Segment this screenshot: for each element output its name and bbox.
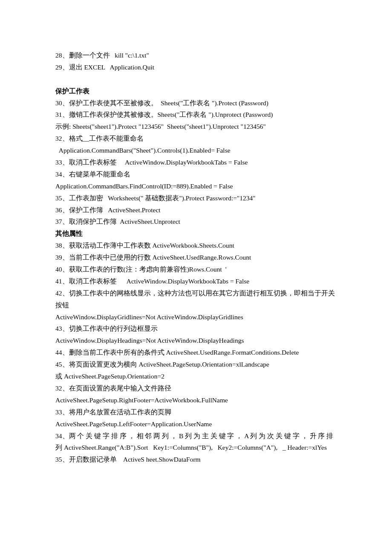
text-line: 34、右键菜单不能重命名 [55, 168, 337, 180]
text-line: 32、格式__工作表不能重命名 [55, 133, 337, 145]
text-line: 示例: Sheets("sheet1").Protect "123456" Sh… [55, 121, 337, 133]
text-line: 35、开启数据记录单 ActiveS heet.ShowDataForm [55, 454, 337, 465]
text-line: 29、退出 EXCEL Application.Quit [55, 61, 337, 73]
text-line: 45、将页面设置更改为横向 ActiveSheet.PageSetup.Orie… [55, 358, 337, 370]
section-heading: 其他属性 [55, 228, 337, 240]
text-line: ActiveWindow.DisplayGridlines=Not Active… [55, 311, 337, 323]
text-line: 43、切换工作表中的行列边框显示 [55, 323, 337, 335]
text-line: 42、切换工作表中的网格线显示，这种方法也可以用在其它方面进行相互切换，即相当于… [55, 287, 337, 311]
text-line [55, 73, 337, 85]
text-line: ActiveSheet.PageSetup.LeftFooter=Applica… [55, 418, 337, 430]
text-line: 31、撤销工作表保护使其被修改。Sheets("工作表名 ").Unprotec… [55, 109, 337, 121]
text-line: 40、获取工作表的行数(注：考虑向前兼容性)Rows.Count ' [55, 263, 337, 275]
text-line: 44、删除当前工作表中所有的条件式 ActiveSheet.UsedRange.… [55, 347, 337, 358]
text-line: ActiveSheet.PageSetup.RightFooter=Active… [55, 394, 337, 406]
text-line: 39、当前工作表中已使用的行数 ActiveSheet.UsedRange.Ro… [55, 251, 337, 263]
text-line: 35、工作表加密 Worksheets(" 基础数据表").Protect Pa… [55, 192, 337, 204]
text-line: 30、保护工作表使其不至被修改。 Sheets("工作表名 ").Protect… [55, 97, 337, 109]
text-line: 28、删除一个文件 kill "c:\1.txt" [55, 49, 337, 61]
text-line: 或 ActiveSheet.PageSetup.Orientation=2 [55, 370, 337, 382]
text-line: ActiveWindow.DisplayHeadings=Not ActiveW… [55, 335, 337, 347]
text-line: Application.CommandBars.FindControl(ID:=… [55, 180, 337, 192]
text-line: 36、保护工作簿 ActiveSheet.Protect [55, 204, 337, 216]
text-line: 41、取消工作表标签 ActiveWindow.DisplayWorkbookT… [55, 275, 337, 287]
text-line: 34、两 个 关 键 字 排 序 ， 相 邻 两 列 ， B 列 为 主 关 键… [55, 430, 337, 454]
document-body: 28、删除一个文件 kill "c:\1.txt"29、退出 EXCEL App… [55, 49, 337, 465]
text-line: 37、取消保护工作簿 ActiveSheet.Unprotect [55, 216, 337, 228]
text-line: 33、取消工作表标签 ActiveWindow.DisplayWorkbookT… [55, 156, 337, 168]
text-line: 32、在页面设置的表尾中输入文件路径 [55, 382, 337, 394]
text-line: Application.CommandBars("Sheet").Control… [55, 145, 337, 156]
section-heading: 保护工作表 [55, 85, 337, 97]
text-line: 33、将用户名放置在活动工作表的页脚 [55, 406, 337, 418]
text-line: 38、获取活动工作薄中工作表数 ActiveWorkbook.Sheets.Co… [55, 240, 337, 251]
